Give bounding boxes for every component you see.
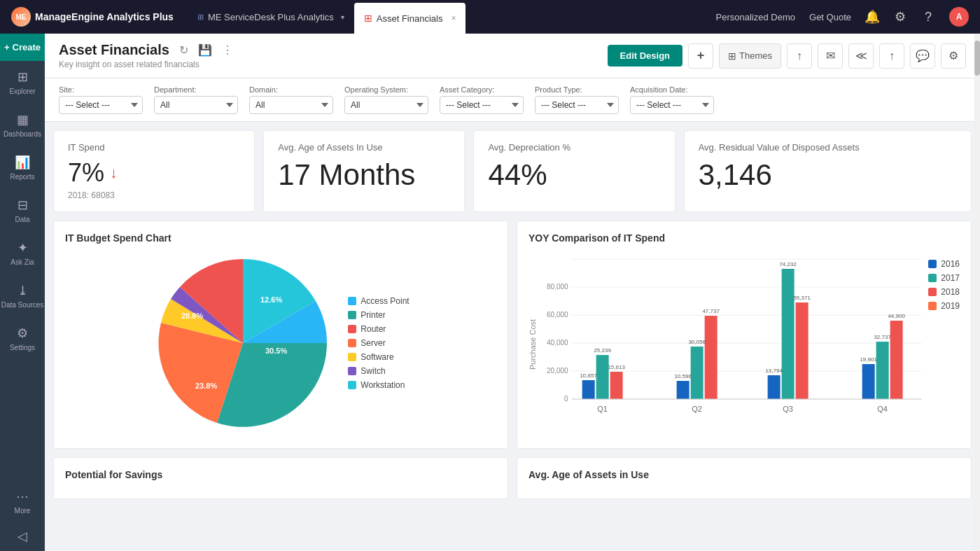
legend-label-server: Server xyxy=(360,338,385,348)
svg-text:40,000: 40,000 xyxy=(547,339,568,347)
product-type-select[interactable]: --- Select --- Router Server xyxy=(535,96,619,114)
pie-label-workstation: 28.8% xyxy=(181,312,203,320)
bar-chart-card: YOY Comparison of IT Spend Purchase Cost xyxy=(517,221,972,449)
comment-button[interactable]: 💬 xyxy=(910,43,935,69)
upload-button[interactable]: ↑ xyxy=(879,43,904,69)
sidebar-bottom: ⋯ More ◁ xyxy=(15,482,31,551)
legend-switch: Switch xyxy=(348,366,409,376)
filter-product-type: Product Type: --- Select --- Router Serv… xyxy=(535,85,619,114)
create-button[interactable]: + Create xyxy=(0,34,45,61)
svg-text:Q4: Q4 xyxy=(877,405,888,413)
bar-q4-2016 xyxy=(862,364,875,399)
scrollbar-track[interactable] xyxy=(974,34,980,551)
site-label: Site: xyxy=(59,85,143,94)
page-subtitle: Key insight on asset related financials xyxy=(59,60,233,69)
brand-logo-area: ME ManageEngine Analytics Plus xyxy=(11,7,174,27)
sidebar-item-collapse[interactable]: ◁ xyxy=(15,522,31,551)
user-avatar[interactable]: A xyxy=(949,7,969,27)
bar-q2-2017 xyxy=(691,347,704,399)
legend-dot-workstation xyxy=(348,381,356,389)
department-select[interactable]: All IT HR xyxy=(154,96,238,114)
kpi-it-spend: IT Spend 7% ↓ 2018: 68083 xyxy=(53,130,255,212)
site-select[interactable]: --- Select --- Site 1 Site 2 xyxy=(59,96,143,114)
refresh-icon[interactable]: ↻ xyxy=(179,43,188,57)
edit-design-button[interactable]: Edit Design xyxy=(608,45,683,67)
filter-acquisition-date: Acquisition Date: --- Select --- 2018 20… xyxy=(630,85,714,114)
email-button[interactable]: ✉ xyxy=(818,43,843,69)
create-label: Create xyxy=(13,42,41,53)
sidebar-item-explorer[interactable]: ⊞ Explorer xyxy=(0,61,45,104)
kpi-depreciation-value: 44% xyxy=(488,158,660,192)
sidebar-item-ask-zia[interactable]: ✦ Ask Zia xyxy=(0,232,45,274)
sidebar-item-data-sources[interactable]: ⤓ Data Sources xyxy=(0,274,45,317)
personalized-demo-link[interactable]: Personalized Demo xyxy=(716,12,795,22)
nav-tab-servicedesk[interactable]: ⊞ ME ServiceDesk Plus Analytics ▾ xyxy=(188,0,354,34)
settings-sidebar-icon: ⚙ xyxy=(17,326,28,341)
nav-tab-asset-financials[interactable]: ⊞ Asset Financials × xyxy=(354,3,466,34)
pie-label-printer: 30.5% xyxy=(265,347,287,355)
os-label: Operating System: xyxy=(344,85,428,94)
legend-dot-switch xyxy=(348,367,356,375)
notification-icon[interactable]: 🔔 xyxy=(865,10,879,24)
sidebar-item-settings[interactable]: ⚙ Settings xyxy=(0,317,45,360)
bar-q1-2018 xyxy=(610,372,623,399)
sidebar-item-more[interactable]: ⋯ More xyxy=(15,482,31,522)
ask-zia-icon: ✦ xyxy=(18,240,28,256)
kpi-avg-age: Avg. Age of Assets In Use 17 Months xyxy=(263,130,465,212)
legend-label-printer: Printer xyxy=(360,310,385,320)
brand-name: ManageEngine Analytics Plus xyxy=(35,11,174,22)
scrollbar-thumb[interactable] xyxy=(974,41,980,76)
reports-icon: 📊 xyxy=(15,155,30,170)
bar-legend-2016: 2016 xyxy=(928,259,960,269)
bar-q3-2018 xyxy=(796,302,808,399)
pie-chart-card: IT Budget Spend Chart xyxy=(53,221,508,449)
asset-category-select[interactable]: --- Select --- Hardware Software xyxy=(440,96,524,114)
pie-chart-container: 12.6% 30.5% 23.8% 28.8% Access Point xyxy=(65,252,496,434)
acquisition-date-label: Acquisition Date: xyxy=(630,85,714,94)
bar-legend-dot-2018 xyxy=(928,288,937,296)
filter-department: Department: All IT HR xyxy=(154,85,238,114)
export-button[interactable]: ↑ xyxy=(787,43,812,69)
acquisition-date-select[interactable]: --- Select --- 2018 2019 xyxy=(630,96,714,114)
bottom-cards-row: Potential for Savings Avg. Age of Assets… xyxy=(53,457,972,499)
legend-label-access-point: Access Point xyxy=(360,296,409,306)
tab-close-icon[interactable]: × xyxy=(451,13,456,23)
y-axis-label: Purchase Cost xyxy=(528,252,537,437)
legend-printer: Printer xyxy=(348,310,409,320)
more-options-icon[interactable]: ⋮ xyxy=(222,43,233,57)
kpi-it-spend-value: 7% xyxy=(68,158,104,188)
svg-text:13,794: 13,794 xyxy=(765,368,783,374)
svg-text:25,239: 25,239 xyxy=(594,347,611,354)
page-title: Asset Financials xyxy=(59,42,169,58)
save-icon[interactable]: 💾 xyxy=(198,43,212,57)
settings-nav-icon[interactable]: ⚙ xyxy=(893,10,907,24)
add-widget-button[interactable]: + xyxy=(688,43,713,69)
get-quote-link[interactable]: Get Quote xyxy=(809,12,851,22)
sidebar-item-reports[interactable]: 📊 Reports xyxy=(0,146,45,189)
bar-legend-dot-2019 xyxy=(928,302,937,310)
bar-legend-dot-2016 xyxy=(928,260,937,268)
legend-dot-printer xyxy=(348,311,356,319)
kpi-avg-age-value: 17 Months xyxy=(278,158,450,192)
kpi-residual-label: Avg. Residual Value of Disposed Assets xyxy=(699,142,957,153)
data-sources-label: Data Sources xyxy=(1,301,44,309)
filter-asset-category: Asset Category: --- Select --- Hardware … xyxy=(440,85,524,114)
domain-select[interactable]: All Domain 1 xyxy=(249,96,333,114)
settings-header-button[interactable]: ⚙ xyxy=(941,43,966,69)
sidebar-item-data[interactable]: ⊟ Data xyxy=(0,189,45,232)
nav-right-actions: Personalized Demo Get Quote 🔔 ⚙ ? A xyxy=(716,7,969,27)
share-button[interactable]: ≪ xyxy=(848,43,874,69)
svg-text:20,000: 20,000 xyxy=(547,367,568,375)
bar-chart-area: Purchase Cost 0 xyxy=(528,252,960,437)
themes-button[interactable]: ⊞ Themes xyxy=(719,43,781,69)
bar-q2-2018 xyxy=(705,316,718,399)
reports-label: Reports xyxy=(10,173,34,181)
tab2-label: Asset Financials xyxy=(377,13,443,24)
os-select[interactable]: All Windows Linux xyxy=(344,96,428,114)
dashboards-label: Dashboards xyxy=(4,130,41,138)
help-icon[interactable]: ? xyxy=(921,10,935,24)
sidebar-item-dashboards[interactable]: ▦ Dashboards xyxy=(0,104,45,146)
data-icon: ⊟ xyxy=(18,197,28,213)
svg-text:47,737: 47,737 xyxy=(702,308,720,314)
svg-text:74,232: 74,232 xyxy=(779,261,797,267)
